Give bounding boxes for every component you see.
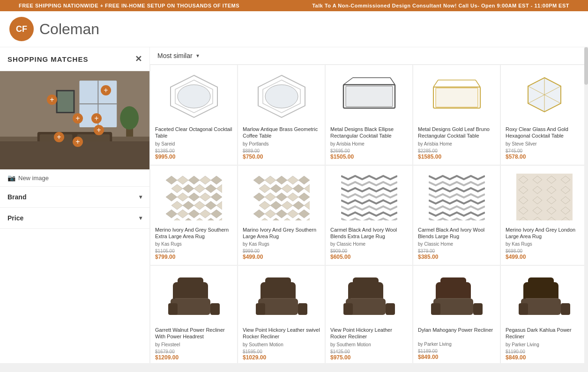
- product-card[interactable]: Marlow Antique Brass Geometric Coffee Ta…: [238, 65, 325, 165]
- svg-marker-94: [304, 218, 310, 220]
- svg-marker-86: [265, 210, 276, 218]
- product-card[interactable]: Garrett Walnut Power Recliner With Power…: [150, 265, 238, 363]
- product-card[interactable]: Dylan Mahogany Power Recliner by Parker …: [413, 265, 500, 363]
- banner-right: Talk To A Non-Commissioned Design Consul…: [312, 3, 569, 8]
- product-card[interactable]: Roxy Clear Glass And Gold Hexagonal Cock…: [500, 65, 588, 165]
- price-original: $379.00: [418, 248, 495, 254]
- price-sale: $849.00: [418, 354, 495, 360]
- svg-marker-48: [200, 193, 211, 201]
- svg-marker-75: [253, 193, 265, 201]
- product-image: [506, 271, 583, 323]
- product-card[interactable]: View Point Hickory Leather swivel Rocker…: [238, 265, 325, 363]
- scrollbar-thumb[interactable]: [584, 47, 588, 85]
- product-card[interactable]: Carmel Black And Ivory Wool Blends Extra…: [325, 165, 413, 266]
- plus-btn-1[interactable]: +: [47, 95, 57, 105]
- plus-btn-2[interactable]: +: [73, 113, 83, 124]
- product-card[interactable]: Metal Designs Gold Leaf Bruno Rectangula…: [413, 65, 500, 165]
- svg-marker-47: [188, 193, 200, 201]
- plus-btn-6[interactable]: +: [73, 137, 83, 147]
- product-brand: by Kas Rugs: [155, 241, 232, 247]
- product-card[interactable]: Faceted Clear Octagonal Cocktail Table b…: [150, 65, 238, 165]
- brand-filter-row[interactable]: Brand ▾: [0, 187, 149, 207]
- camera-icon: 📷: [7, 174, 15, 182]
- product-card[interactable]: Merino Ivory And Grey London Large Area …: [500, 165, 588, 266]
- logo-circle: CF: [9, 17, 34, 41]
- room-image: + + + + + + +: [0, 71, 149, 169]
- filter-brand: Brand ▾: [0, 187, 149, 208]
- product-name: Dylan Mahogany Power Recliner: [418, 327, 495, 340]
- logo-text: CF: [16, 24, 27, 34]
- svg-marker-81: [270, 201, 282, 210]
- product-card[interactable]: Pegasus Dark Kahlua Power Recliner by Pa…: [500, 265, 588, 363]
- room-image-placeholder: + + + + + + +: [0, 71, 149, 169]
- price-original: $889.00: [243, 148, 320, 153]
- price-sale: $995.00: [155, 153, 232, 160]
- filter-price: Price ▾: [0, 208, 149, 229]
- svg-point-9: [28, 144, 121, 162]
- plus-btn-4[interactable]: +: [54, 132, 64, 142]
- new-image-label: New image: [18, 175, 49, 182]
- price-original: $745.00: [506, 148, 583, 153]
- price-original: $2285.00: [418, 148, 495, 153]
- product-card[interactable]: Merino Ivory And Grey Southern Extra Lar…: [150, 165, 238, 266]
- new-image-button[interactable]: 📷 New image: [0, 169, 149, 187]
- price-original: $2695.00: [330, 148, 408, 153]
- svg-marker-82: [282, 201, 293, 210]
- svg-rect-30: [436, 88, 478, 107]
- brand-name: Coleman: [39, 21, 99, 38]
- product-image: [418, 271, 495, 323]
- svg-rect-25: [346, 86, 393, 107]
- svg-marker-88: [287, 210, 298, 218]
- shopping-matches-header: SHOPPING MATCHES ✕: [0, 47, 149, 71]
- price-filter-label: Price: [7, 214, 23, 222]
- price-sale: $1209.00: [155, 354, 232, 361]
- product-image: [330, 71, 408, 122]
- svg-line-22: [343, 78, 353, 85]
- sort-chevron: ▾: [196, 52, 199, 59]
- product-name: Roxy Clear Glass And Gold Hexagonal Cock…: [506, 126, 583, 139]
- svg-rect-132: [353, 277, 379, 289]
- product-brand: by Portlands: [243, 141, 320, 146]
- price-original: $1190.00: [506, 349, 583, 354]
- svg-marker-72: [282, 184, 293, 193]
- svg-marker-41: [183, 184, 194, 193]
- svg-rect-118: [168, 303, 178, 315]
- product-image: [155, 171, 232, 223]
- product-brand: by Classic Home: [330, 241, 408, 247]
- svg-marker-73: [293, 184, 304, 193]
- svg-marker-83: [293, 201, 304, 210]
- product-image: [243, 271, 320, 323]
- product-brand: by Arisbia Home: [418, 141, 495, 146]
- svg-point-20: [265, 85, 298, 108]
- svg-rect-142: [519, 303, 528, 315]
- price-original: $698.00: [506, 248, 583, 254]
- svg-marker-44: [216, 184, 222, 193]
- product-card[interactable]: Marino Ivory And Grey Southern Large Are…: [238, 165, 325, 266]
- price-chevron: ▾: [139, 215, 142, 221]
- product-card[interactable]: Carmel Black And Ivory Wool Blends Large…: [413, 165, 500, 266]
- svg-marker-52: [194, 201, 205, 210]
- product-card[interactable]: Metal Designs Black Ellipse Rectangular …: [325, 65, 413, 165]
- close-button[interactable]: ✕: [135, 54, 142, 64]
- svg-marker-46: [177, 193, 188, 201]
- svg-rect-143: [561, 303, 570, 315]
- price-sale: $849.00: [506, 354, 583, 361]
- svg-marker-54: [216, 201, 222, 210]
- svg-line-27: [433, 80, 438, 87]
- svg-marker-40: [171, 184, 183, 193]
- price-original: $1425.00: [330, 349, 408, 354]
- banner-left: FREE SHIPPING NATIONWIDE + FREE IN-HOME …: [19, 3, 239, 8]
- price-filter-row[interactable]: Price ▾: [0, 208, 149, 228]
- svg-marker-64: [216, 218, 222, 220]
- right-panel[interactable]: Most similar ▾ Faceted Clear Octagonal C…: [150, 47, 588, 363]
- svg-marker-91: [270, 218, 282, 220]
- plus-btn-3[interactable]: +: [91, 113, 102, 124]
- product-name: Pegasus Dark Kahlua Power Recliner: [506, 327, 583, 340]
- svg-marker-74: [304, 184, 310, 193]
- svg-rect-124: [256, 303, 265, 315]
- products-grid: Faceted Clear Octagonal Cocktail Table b…: [150, 65, 588, 363]
- plus-btn-5[interactable]: +: [94, 125, 104, 135]
- product-name: Merino Ivory And Grey London Large Area …: [506, 226, 583, 240]
- product-card[interactable]: View Point Hickory Leather Rocker Reclin…: [325, 265, 413, 363]
- plus-btn-7[interactable]: +: [101, 85, 111, 95]
